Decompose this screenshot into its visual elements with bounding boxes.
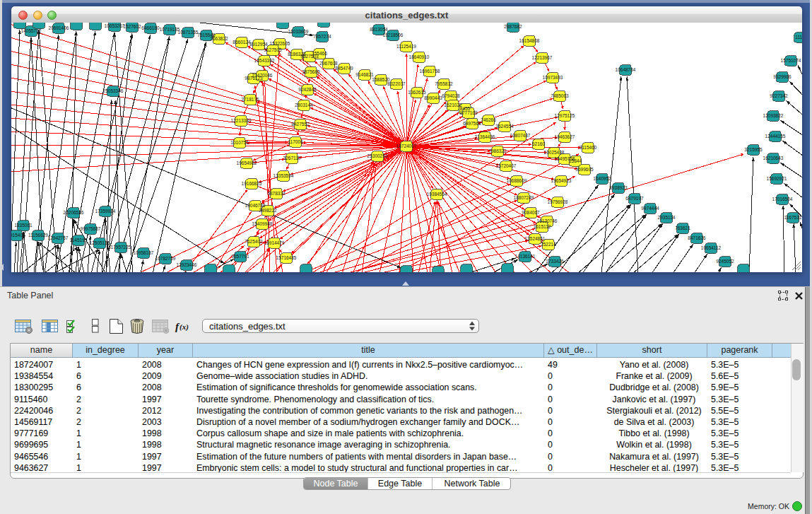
svg-text:8660124: 8660124: [233, 40, 251, 45]
svg-text:23420046: 23420046: [252, 73, 273, 78]
svg-text:10973493: 10973493: [543, 75, 563, 80]
svg-text:18724007: 18724007: [396, 144, 417, 148]
svg-text:8322037: 8322037: [387, 81, 406, 86]
svg-text:16782759: 16782759: [155, 256, 176, 261]
svg-text:2935114: 2935114: [658, 215, 676, 220]
svg-text:8454749: 8454749: [335, 66, 353, 71]
svg-text:746266: 746266: [481, 117, 496, 122]
svg-text:9245052: 9245052: [716, 259, 734, 264]
svg-text:12923446: 12923446: [177, 262, 197, 267]
svg-text:2718176: 2718176: [241, 97, 259, 102]
svg-text:3498222: 3498222: [259, 208, 277, 213]
svg-text:8471626: 8471626: [688, 235, 706, 240]
svg-text:9127505: 9127505: [264, 47, 282, 52]
svg-text:9657791: 9657791: [231, 254, 249, 259]
svg-text:15716485: 15716485: [276, 255, 297, 260]
svg-text:6497568: 6497568: [463, 121, 481, 126]
svg-text:10046788: 10046788: [245, 203, 266, 208]
svg-text:3267110: 3267110: [283, 156, 301, 160]
svg-text:17957225: 17957225: [111, 245, 131, 250]
svg-text:1527602: 1527602: [123, 24, 141, 29]
svg-text:14055712: 14055712: [21, 28, 42, 33]
svg-text:12975125: 12975125: [555, 113, 575, 118]
svg-text:12093822: 12093822: [763, 113, 784, 118]
svg-text:117006: 117006: [288, 139, 303, 144]
svg-text:10671355: 10671355: [178, 30, 199, 35]
svg-text:19384554: 19384554: [427, 192, 447, 197]
svg-text:3624554: 3624554: [495, 124, 514, 129]
svg-text:10719135: 10719135: [160, 27, 180, 32]
svg-text:18807249: 18807249: [514, 195, 534, 200]
svg-text:1835061: 1835061: [14, 223, 33, 228]
svg-text:9242848: 9242848: [298, 87, 317, 92]
svg-text:15720407: 15720407: [496, 163, 517, 168]
svg-text:18640910: 18640910: [409, 54, 430, 59]
svg-text:763621: 763621: [675, 226, 690, 230]
svg-text:1362615: 1362615: [408, 90, 426, 95]
svg-text:8427552: 8427552: [291, 122, 310, 127]
svg-text:1615112: 1615112: [534, 224, 551, 229]
svg-text:9699695: 9699695: [575, 167, 594, 172]
svg-text:16033809: 16033809: [288, 29, 309, 34]
svg-text:7986322: 7986322: [488, 148, 507, 153]
svg-text:9227342: 9227342: [770, 93, 788, 98]
svg-text:8990443: 8990443: [424, 95, 442, 100]
svg-text:16154808: 16154808: [519, 38, 540, 43]
svg-text:9115460: 9115460: [579, 145, 597, 150]
svg-text:3215955: 3215955: [744, 147, 763, 152]
svg-text:10653267: 10653267: [105, 23, 125, 28]
svg-text:5878334: 5878334: [267, 191, 286, 196]
svg-text:2803144: 2803144: [295, 103, 313, 107]
svg-text:19756928: 19756928: [548, 199, 568, 204]
svg-text:19654923: 19654923: [551, 178, 572, 183]
svg-text:19654982: 19654982: [237, 160, 257, 165]
svg-text:6794028: 6794028: [442, 93, 460, 98]
svg-text:10807487: 10807487: [510, 133, 531, 138]
svg-text:15751074: 15751074: [781, 58, 801, 63]
svg-text:12505135: 12505135: [90, 240, 110, 245]
svg-text:11156829: 11156829: [28, 233, 48, 238]
svg-text:252214: 252214: [541, 242, 556, 247]
svg-text:20206526: 20206526: [64, 210, 84, 215]
svg-text:12213967: 12213967: [532, 55, 553, 60]
svg-text:7663822: 7663822: [210, 36, 228, 41]
svg-text:155466: 155466: [312, 51, 327, 56]
svg-text:7625402: 7625402: [245, 239, 263, 244]
svg-text:7857274: 7857274: [313, 34, 331, 39]
svg-text:6479197: 6479197: [625, 196, 644, 201]
svg-text:8912954: 8912954: [249, 42, 268, 47]
svg-text:10025438: 10025438: [544, 150, 565, 155]
svg-text:17016504: 17016504: [772, 197, 793, 201]
svg-text:9146821: 9146821: [355, 72, 374, 77]
svg-text:7955812: 7955812: [435, 81, 453, 86]
svg-text:25300293: 25300293: [367, 153, 388, 158]
svg-text:99975887: 99975887: [81, 226, 101, 231]
svg-text:12213389: 12213389: [231, 118, 252, 123]
svg-text:10958187: 10958187: [134, 250, 154, 255]
svg-text:11125419: 11125419: [396, 44, 416, 49]
svg-text:12942757: 12942757: [48, 235, 69, 240]
svg-text:20691406: 20691406: [49, 25, 69, 30]
svg-text:9084067: 9084067: [522, 210, 540, 215]
svg-text:8813054: 8813054: [370, 27, 388, 32]
svg-text:2887682: 2887682: [504, 24, 522, 29]
svg-text:62160: 62160: [532, 141, 545, 146]
svg-text:19463627: 19463627: [555, 134, 575, 139]
svg-text:1733426: 1733426: [546, 259, 564, 264]
svg-text:14136141: 14136141: [515, 254, 536, 259]
svg-text:8938923: 8938923: [609, 185, 628, 190]
svg-text:2967608: 2967608: [319, 61, 338, 66]
svg-text:3915401: 3915401: [11, 233, 25, 238]
svg-text:16914479: 16914479: [264, 240, 285, 245]
svg-text:10688609: 10688609: [507, 178, 527, 183]
svg-text:7485063: 7485063: [551, 93, 569, 98]
svg-text:1145193: 1145193: [70, 238, 88, 243]
svg-text:17359924: 17359924: [95, 209, 116, 214]
svg-text:16120746: 16120746: [537, 218, 558, 223]
svg-text:16543392: 16543392: [254, 58, 275, 63]
svg-text:12444155: 12444155: [765, 134, 786, 139]
svg-text:19166825: 19166825: [242, 181, 262, 186]
svg-text:3875685: 3875685: [302, 69, 320, 74]
svg-text:6466160: 6466160: [141, 25, 160, 30]
svg-text:(x): (x): [180, 322, 189, 332]
